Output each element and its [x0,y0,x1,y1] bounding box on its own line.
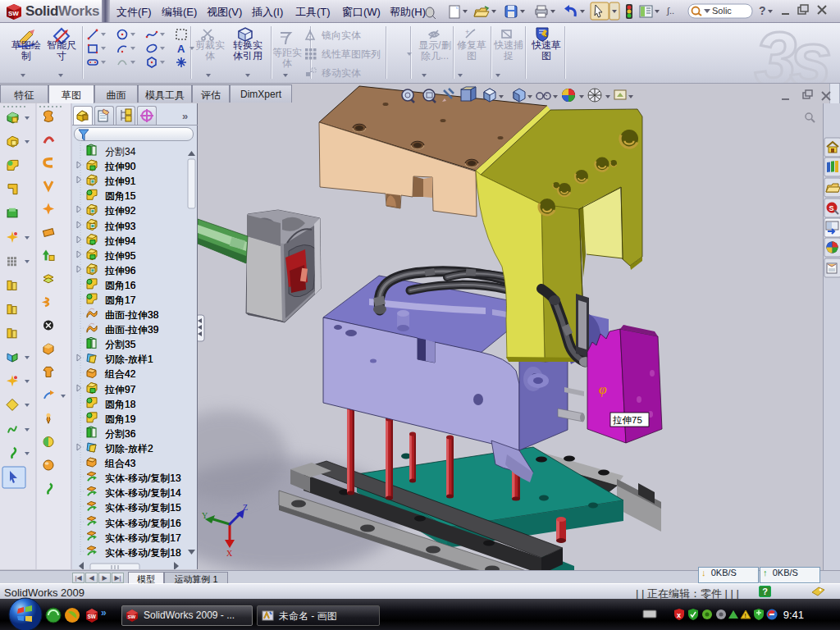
svg-text:Solic: Solic [712,6,732,16]
svg-text:»: » [101,607,107,619]
svg-text:φ: φ [599,381,607,397]
svg-text:X: X [226,549,233,558]
svg-text:SW: SW [128,614,136,619]
svg-text:拉伸75: 拉伸75 [612,415,642,425]
svg-text:SW: SW [88,614,97,619]
svg-text:∫..: ∫.. [666,6,674,16]
svg-text:S: S [829,204,834,212]
svg-text:x: x [677,611,681,619]
svg-text:!: ! [744,612,746,619]
svg-text:A: A [177,43,185,55]
svg-text:Z: Z [243,503,248,512]
svg-text:SW: SW [8,10,19,17]
svg-text:Y: Y [202,511,208,520]
svg-text:?: ? [759,4,766,17]
svg-text:+: + [465,28,469,36]
